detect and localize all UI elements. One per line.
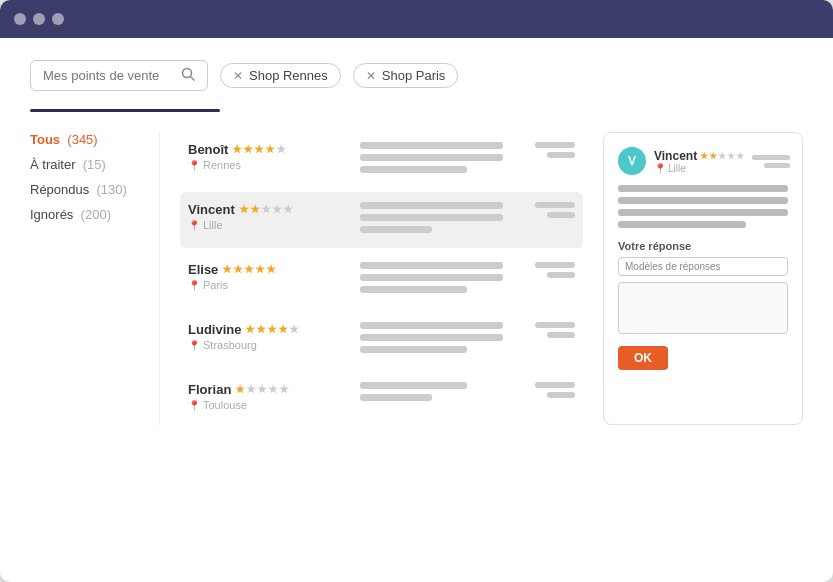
detail-stars: ★ ★ ★ ★ ★ <box>700 151 744 161</box>
sidebar-item-ignores[interactable]: Ignorés (200) <box>30 207 149 222</box>
tab-underline <box>30 109 220 112</box>
review-text-vincent <box>360 202 503 238</box>
sidebar-count-repondus: (130) <box>93 182 127 197</box>
search-bar-row: ✕ Shop Rennes ✕ Shop Paris <box>30 60 803 91</box>
review-row-ludivine[interactable]: Ludivine ★★★★★ 📍 Strasbourg <box>180 312 583 368</box>
review-left-benoit: Benoît ★★★★★ 📍 Rennes <box>188 142 348 171</box>
titlebar <box>0 0 833 38</box>
review-meta-florian <box>515 382 575 398</box>
location-florian: 📍 Toulouse <box>188 399 348 411</box>
reponse-select[interactable]: Modèles de réponses <box>618 257 788 276</box>
location-elise: 📍 Paris <box>188 279 348 291</box>
detail-header: V Vincent ★ ★ ★ ★ ★ <box>618 147 788 175</box>
tag-shop-rennes[interactable]: ✕ Shop Rennes <box>220 63 341 88</box>
detail-pin-icon: 📍 <box>654 163 666 174</box>
content-area: ✕ Shop Rennes ✕ Shop Paris Tous (345) À … <box>0 38 833 445</box>
tag-label-rennes: Shop Rennes <box>249 68 328 83</box>
review-meta-benoit <box>515 142 575 158</box>
stars-florian: ★★★★★ <box>235 383 289 396</box>
review-text-ludivine <box>360 322 503 358</box>
review-left-ludivine: Ludivine ★★★★★ 📍 Strasbourg <box>188 322 348 351</box>
location-vincent: 📍 Lille <box>188 219 348 231</box>
main-layout: Tous (345) À traiter (15) Répondus (130)… <box>30 132 803 425</box>
pin-icon-benoit: 📍 <box>188 160 200 171</box>
pin-icon-ludivine: 📍 <box>188 340 200 351</box>
sidebar-item-repondus[interactable]: Répondus (130) <box>30 182 149 197</box>
ok-button[interactable]: OK <box>618 346 668 370</box>
sidebar-label-tous: Tous <box>30 132 60 147</box>
stars-ludivine: ★★★★★ <box>245 323 299 336</box>
pin-icon-elise: 📍 <box>188 280 200 291</box>
detail-name-block: Vincent ★ ★ ★ ★ ★ 📍 Lille <box>654 149 744 174</box>
sidebar-label-repondus: Répondus <box>30 182 89 197</box>
reviewer-name-florian: Florian ★★★★★ <box>188 382 348 397</box>
avatar: V <box>618 147 646 175</box>
reponse-select-row: Modèles de réponses <box>618 257 788 276</box>
review-text-benoit <box>360 142 503 178</box>
search-icon <box>181 67 195 84</box>
search-box[interactable] <box>30 60 208 91</box>
reviewer-name-vincent: Vincent ★★★★★ <box>188 202 348 217</box>
detail-location: 📍 Lille <box>654 163 744 174</box>
sidebar-label-ignores: Ignorés <box>30 207 73 222</box>
sidebar: Tous (345) À traiter (15) Répondus (130)… <box>30 132 160 425</box>
review-row-florian[interactable]: Florian ★★★★★ 📍 Toulouse <box>180 372 583 421</box>
search-input[interactable] <box>43 68 173 83</box>
svg-line-1 <box>191 77 195 81</box>
pin-icon-vincent: 📍 <box>188 220 200 231</box>
stars-vincent: ★★★★★ <box>239 203 293 216</box>
votre-reponse-label: Votre réponse <box>618 240 788 252</box>
review-row-vincent[interactable]: Vincent ★★★★★ 📍 Lille <box>180 192 583 248</box>
review-text-florian <box>360 382 503 406</box>
tag-close-rennes[interactable]: ✕ <box>233 69 243 83</box>
reviewer-name-ludivine: Ludivine ★★★★★ <box>188 322 348 337</box>
pin-icon-florian: 📍 <box>188 400 200 411</box>
review-meta-elise <box>515 262 575 278</box>
review-meta-vincent <box>515 202 575 218</box>
titlebar-dot-2 <box>33 13 45 25</box>
sidebar-count-tous: (345) <box>64 132 98 147</box>
reviewer-name-elise: Elise ★★★★★ <box>188 262 348 277</box>
sidebar-item-tous[interactable]: Tous (345) <box>30 132 149 147</box>
review-left-elise: Elise ★★★★★ 📍 Paris <box>188 262 348 291</box>
sidebar-count-atraiter: (15) <box>79 157 106 172</box>
detail-text-block <box>618 185 788 228</box>
detail-reviewer-name: Vincent ★ ★ ★ ★ ★ <box>654 149 744 163</box>
tag-label-paris: Shop Paris <box>382 68 446 83</box>
review-row-elise[interactable]: Elise ★★★★★ 📍 Paris <box>180 252 583 308</box>
review-row-benoit[interactable]: Benoît ★★★★★ 📍 Rennes <box>180 132 583 188</box>
stars-benoit: ★★★★★ <box>232 143 286 156</box>
stars-elise: ★★★★★ <box>222 263 276 276</box>
review-meta-ludivine <box>515 322 575 338</box>
location-benoit: 📍 Rennes <box>188 159 348 171</box>
sidebar-count-ignores: (200) <box>77 207 111 222</box>
sidebar-item-atraiter[interactable]: À traiter (15) <box>30 157 149 172</box>
review-left-vincent: Vincent ★★★★★ 📍 Lille <box>188 202 348 231</box>
titlebar-dot-1 <box>14 13 26 25</box>
tag-close-paris[interactable]: ✕ <box>366 69 376 83</box>
review-left-florian: Florian ★★★★★ 📍 Toulouse <box>188 382 348 411</box>
sidebar-label-atraiter: À traiter <box>30 157 76 172</box>
reviews-list: Benoît ★★★★★ 📍 Rennes <box>160 132 593 425</box>
detail-meta <box>752 155 790 168</box>
review-text-elise <box>360 262 503 298</box>
app-window: ✕ Shop Rennes ✕ Shop Paris Tous (345) À … <box>0 0 833 582</box>
tag-shop-paris[interactable]: ✕ Shop Paris <box>353 63 459 88</box>
detail-panel: V Vincent ★ ★ ★ ★ ★ <box>603 132 803 425</box>
reponse-textarea[interactable] <box>618 282 788 334</box>
reviewer-name-benoit: Benoît ★★★★★ <box>188 142 348 157</box>
location-ludivine: 📍 Strasbourg <box>188 339 348 351</box>
titlebar-dot-3 <box>52 13 64 25</box>
